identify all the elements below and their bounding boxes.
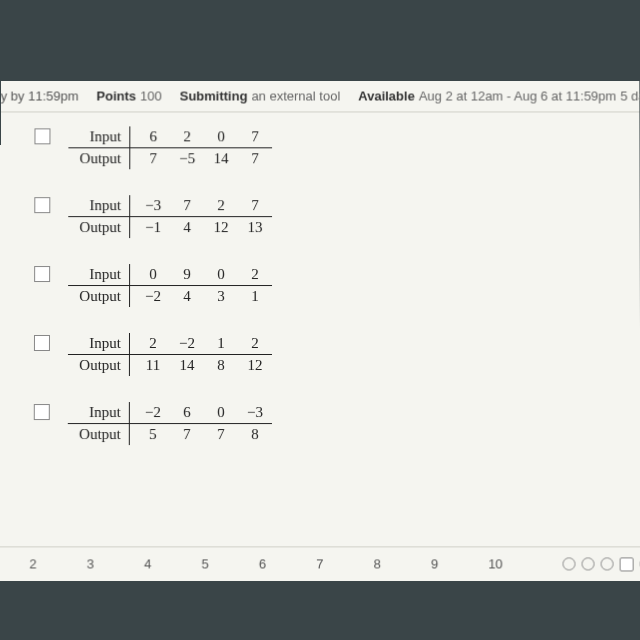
status-dots [563, 557, 640, 571]
submitting-value: an external tool [252, 89, 341, 104]
input-label: Input [68, 333, 130, 354]
output-values: −2431 [130, 286, 272, 307]
status-dot-icon[interactable] [601, 557, 614, 570]
submitting: Submitting an external tool [180, 89, 340, 104]
input-row: Input0902 [68, 264, 272, 286]
io-table: Input0902Output−2431 [68, 264, 272, 307]
output-cell: 14 [170, 355, 204, 376]
output-row: Output1114812 [68, 355, 272, 376]
input-row: Input6207 [68, 126, 272, 148]
assignment-header: y by 11:59pm Points 100 Submitting an ex… [1, 81, 640, 113]
output-cell: 3 [204, 286, 238, 307]
answer-checkbox[interactable] [34, 335, 50, 351]
input-row: Input−3727 [68, 195, 272, 217]
input-cell: 2 [136, 333, 170, 354]
page-number[interactable]: 5 [201, 556, 208, 571]
page-number[interactable]: 7 [316, 556, 323, 571]
input-row: Input−260−3 [68, 402, 272, 424]
days-fragment: 5 day [620, 89, 640, 104]
output-cell: 13 [238, 217, 272, 238]
page-number[interactable]: 8 [374, 556, 381, 571]
output-cell: −2 [136, 286, 170, 307]
page-number[interactable]: 6 [259, 556, 266, 571]
input-values: 2−212 [130, 333, 272, 354]
output-cell: 7 [170, 424, 204, 445]
output-cell: 8 [204, 355, 238, 376]
points-label: Points [96, 89, 136, 104]
question-list: Input6207Output7−5147Input−3727Output−14… [0, 112, 640, 485]
output-cell: 7 [204, 424, 238, 445]
input-values: −260−3 [130, 402, 272, 423]
due-value: y by 11:59pm [1, 89, 79, 104]
input-cell: 7 [238, 126, 272, 147]
output-cell: 4 [170, 286, 204, 307]
io-table: Input6207Output7−5147 [68, 126, 272, 169]
input-cell: 9 [170, 264, 204, 285]
output-cell: 12 [238, 355, 272, 376]
status-dot-icon[interactable] [582, 557, 595, 570]
input-label: Input [68, 126, 130, 147]
input-label: Input [68, 402, 130, 423]
available: Available Aug 2 at 12am - Aug 6 at 11:59… [358, 89, 640, 104]
input-values: 0902 [130, 264, 272, 285]
input-cell: 0 [204, 402, 238, 423]
input-cell: −2 [170, 333, 204, 354]
input-cell: 2 [170, 126, 204, 147]
output-row: Output−141213 [68, 217, 272, 238]
available-value: Aug 2 at 12am - Aug 6 at 11:59pm [419, 89, 617, 104]
input-row: Input2−212 [68, 333, 272, 355]
question-row: Input−3727Output−141213 [34, 195, 640, 238]
output-cell: 1 [238, 286, 272, 307]
output-values: 1114812 [130, 355, 272, 376]
output-cell: 14 [204, 148, 238, 169]
page-number[interactable]: 3 [87, 556, 94, 571]
output-label: Output [68, 286, 130, 307]
output-cell: −5 [170, 148, 204, 169]
input-cell: −3 [136, 195, 170, 216]
output-cell: 5 [136, 424, 170, 445]
page-number[interactable]: 4 [144, 556, 151, 571]
input-cell: 7 [238, 195, 272, 216]
answer-checkbox[interactable] [34, 197, 50, 213]
output-label: Output [68, 217, 130, 238]
output-row: Output7−5147 [68, 148, 272, 169]
output-cell: −1 [136, 217, 170, 238]
pagination-bar: 2345678910 [0, 546, 640, 580]
due-date-fragment: y by 11:59pm [1, 89, 79, 104]
page-number[interactable]: 2 [29, 556, 36, 571]
output-values: 7−5147 [130, 148, 272, 169]
answer-checkbox[interactable] [34, 266, 50, 282]
input-cell: 6 [170, 402, 204, 423]
output-values: −141213 [130, 217, 272, 238]
input-cell: 2 [238, 333, 272, 354]
answer-checkbox[interactable] [34, 404, 50, 420]
output-label: Output [68, 355, 130, 376]
output-cell: 7 [136, 148, 170, 169]
output-row: Output−2431 [68, 286, 272, 307]
input-cell: −3 [238, 402, 272, 423]
output-label: Output [68, 424, 130, 445]
io-table: Input2−212Output1114812 [68, 333, 272, 376]
io-table: Input−3727Output−141213 [68, 195, 272, 238]
output-row: Output5778 [68, 424, 272, 445]
question-row: Input0902Output−2431 [34, 264, 640, 307]
input-values: −3727 [130, 195, 272, 216]
input-label: Input [68, 195, 130, 216]
submitting-label: Submitting [180, 89, 248, 104]
status-square-icon[interactable] [620, 557, 634, 571]
input-values: 6207 [130, 126, 272, 147]
answer-checkbox[interactable] [34, 128, 50, 144]
input-cell: −2 [136, 402, 170, 423]
page-number[interactable]: 9 [431, 556, 438, 571]
status-dot-icon[interactable] [563, 557, 576, 570]
input-cell: 0 [204, 126, 238, 147]
input-cell: 6 [136, 126, 170, 147]
points: Points 100 [96, 89, 161, 104]
question-row: Input2−212Output1114812 [34, 333, 640, 376]
output-values: 5778 [130, 424, 272, 445]
output-cell: 4 [170, 217, 204, 238]
page-number[interactable]: 10 [488, 556, 503, 571]
output-cell: 8 [238, 424, 272, 445]
input-label: Input [68, 264, 130, 285]
input-cell: 7 [170, 195, 204, 216]
